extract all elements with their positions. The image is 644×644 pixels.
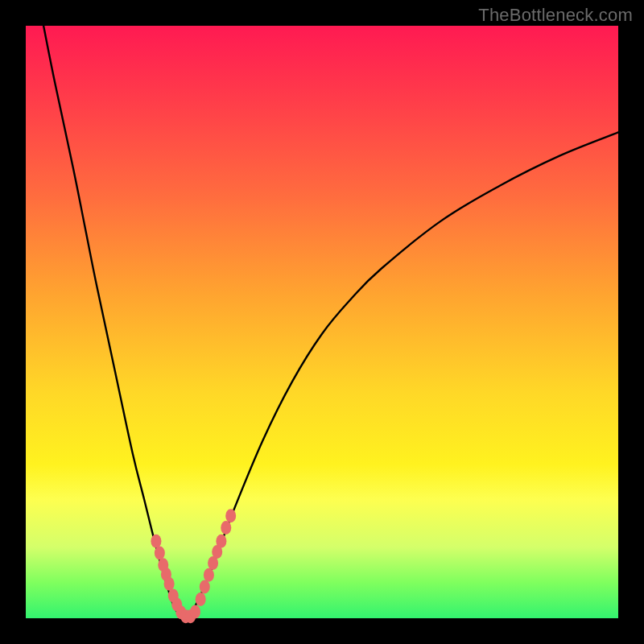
- bead-marker: [155, 547, 165, 560]
- bead-marker: [190, 605, 200, 618]
- bead-group: [151, 509, 236, 623]
- bead-marker: [216, 535, 226, 548]
- right-curve: [186, 132, 618, 618]
- curves-svg: [26, 26, 618, 618]
- bead-marker: [164, 577, 175, 591]
- bead-marker: [225, 509, 236, 522]
- bead-marker: [200, 580, 210, 593]
- chart-frame: TheBottleneck.com: [0, 0, 644, 644]
- bead-marker: [204, 568, 214, 582]
- left-curve: [43, 26, 186, 618]
- bead-marker: [196, 592, 206, 606]
- bead-marker: [151, 535, 161, 548]
- bead-marker: [221, 521, 231, 535]
- plot-area: [26, 26, 618, 618]
- watermark-text: TheBottleneck.com: [478, 5, 633, 26]
